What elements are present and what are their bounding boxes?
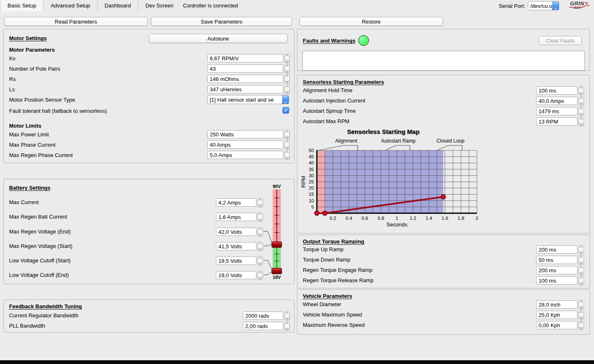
grin-tech-logo: GRIN TECH [561,0,592,12]
regen-voltage-start-input[interactable] [216,242,256,250]
max-power-label: Max Power Limit [9,131,49,138]
svg-text:20: 20 [309,186,314,190]
pll-bw-input[interactable] [243,322,283,330]
pole-pairs-label: Number of Pole Pairs [9,66,60,72]
svg-text:0.8: 0.8 [378,216,384,221]
vehicle-max-speed-stepper[interactable] [578,310,584,319]
lvc-end-stepper[interactable] [257,271,263,280]
current-regulator-bw-input[interactable] [243,312,283,320]
gauge-handle-cutoff-voltage[interactable] [272,268,282,274]
gauge-max-voltage-label: 90V [273,184,281,189]
spinup-time-input[interactable] [536,107,577,115]
lvc-end-input[interactable] [216,271,256,279]
save-parameters-button[interactable]: Save Parameters [151,17,292,26]
sensor-type-label: Motor Position Sensor Type [9,97,75,103]
max-regen-batt-input[interactable] [216,213,256,221]
serial-port-select[interactable]: /dev/cu.us [528,1,559,10]
regen-engage-ramp-input[interactable] [536,266,577,274]
vehicle-parameters-title: Vehicle Parameters [303,293,352,299]
svg-text:1.8: 1.8 [457,216,464,221]
svg-text:1.2: 1.2 [410,216,416,221]
spinup-time-stepper[interactable] [578,107,584,116]
svg-text:RPM: RPM [300,176,307,188]
max-power-stepper[interactable] [284,130,290,139]
wheel-diameter-input[interactable] [536,300,577,309]
gauge-handle-regen-voltage[interactable] [272,242,282,247]
max-current-input[interactable] [216,198,256,207]
regen-release-ramp-stepper[interactable] [578,276,584,285]
torque-up-ramp-input[interactable] [536,245,577,254]
tab-advanced-setup[interactable]: Advanced Setup [43,0,97,12]
wheel-diameter-stepper[interactable] [578,300,584,309]
sensor-type-select[interactable]: [1] Hall sensor start and se [207,95,289,104]
gauge-min-voltage-label: 19V [273,275,281,280]
injection-current-stepper[interactable] [578,96,584,105]
svg-text:Seconds: Seconds [386,221,407,228]
max-regen-batt-stepper[interactable] [257,212,263,221]
faults-warnings-title: Faults and Warnings [303,38,355,44]
rs-input[interactable] [207,75,283,83]
max-phase-current-stepper[interactable] [284,140,290,149]
max-reverse-speed-input[interactable] [536,321,577,329]
fault-status-indicator [358,35,369,46]
tab-basic-setup[interactable]: Basic Setup [0,0,43,12]
lvc-start-input[interactable] [216,257,256,265]
autostart-max-rpm-input[interactable] [536,117,577,126]
bottom-bar [0,360,594,364]
motor-parameters-heading: Motor Parameters [9,47,55,53]
regen-engage-ramp-stepper[interactable] [578,266,584,275]
combo-arrows-icon [282,95,289,104]
max-reverse-speed-stepper[interactable] [578,321,584,330]
tab-dev-screen[interactable]: Dev Screen [138,0,180,12]
battery-settings-panel: Battery Settings Max Current Max Regen B… [3,179,295,284]
svg-text:Closed Loop: Closed Loop [436,138,465,144]
kv-stepper[interactable] [284,54,290,63]
clear-faults-button[interactable]: Clear Faults [539,36,582,45]
max-regen-phase-stepper[interactable] [284,150,290,159]
autotune-button[interactable]: Autotune [149,34,287,43]
fault-tolerant-checkbox[interactable]: ✓ [283,107,289,114]
sensor-type-value: [1] Hall sensor start and se [208,97,282,103]
max-phase-current-input[interactable] [207,140,283,149]
lvc-end-label: Low Voltage Cutoff (End) [9,272,69,278]
torque-down-ramp-label: Torque Down Ramp [303,257,350,263]
rs-stepper[interactable] [284,74,290,83]
vehicle-max-speed-input[interactable] [536,311,577,319]
svg-text:5: 5 [311,205,314,209]
read-parameters-button[interactable]: Read Parameters [4,17,148,26]
regen-release-ramp-input[interactable] [536,276,577,285]
sensorless-starting-map-chart: 0.20.40.60.811.21.41.61.8251015202530354… [300,137,495,230]
battery-settings-title: Battery Settings [9,185,50,191]
torque-down-ramp-stepper[interactable] [578,255,584,264]
kv-input[interactable] [207,54,283,62]
ls-input[interactable] [207,85,283,93]
pll-bw-stepper[interactable] [284,321,290,331]
svg-text:0.4: 0.4 [345,216,352,221]
alignment-hold-time-input[interactable] [536,86,577,95]
regen-voltage-start-stepper[interactable] [257,242,263,251]
max-regen-phase-input[interactable] [207,151,283,159]
injection-current-input[interactable] [536,97,577,105]
alignment-hold-time-stepper[interactable] [578,86,584,95]
output-torque-panel: Output Torque Ramping Torque Up Ramp Tor… [297,235,590,288]
svg-text:25: 25 [309,179,314,184]
lvc-start-stepper[interactable] [257,256,263,265]
pole-pairs-stepper[interactable] [284,64,290,73]
current-regulator-bw-stepper[interactable] [284,311,290,320]
max-current-stepper[interactable] [257,198,263,207]
svg-text:40: 40 [309,160,314,165]
pole-pairs-input[interactable] [207,64,283,73]
max-power-input[interactable] [207,130,283,138]
wheel-diameter-label: Wheel Diameter [303,301,341,307]
alignment-hold-time-label: Alignment Hold Time [303,87,352,93]
torque-down-ramp-input[interactable] [536,256,577,264]
restore-button[interactable]: Restore [299,17,443,26]
regen-voltage-end-input[interactable] [216,228,256,236]
autostart-max-rpm-stepper[interactable] [578,117,584,126]
tab-dashboard[interactable]: Dashboard [98,0,139,12]
regen-engage-ramp-label: Regen Torque Engage Ramp [303,267,372,273]
ls-stepper[interactable] [284,85,290,94]
regen-voltage-end-stepper[interactable] [257,227,263,236]
svg-text:Alignment: Alignment [335,138,357,144]
torque-up-ramp-stepper[interactable] [578,245,584,254]
